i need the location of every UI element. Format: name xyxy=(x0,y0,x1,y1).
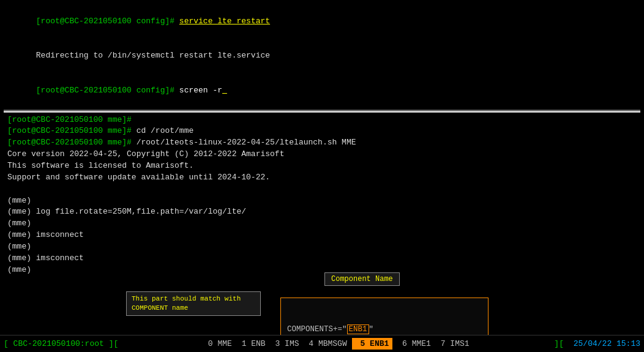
mme-prompt-4: (mme) xyxy=(7,264,637,276)
mme-imsconnect-2: (mme) imsconnect xyxy=(7,253,637,264)
mme-blank-1 xyxy=(7,184,637,195)
this-part-text: This part should match withCOMPONENT nam… xyxy=(132,295,241,312)
status-datetime: 25/04/22 15:13 xyxy=(564,339,640,348)
mme-log-line: (mme) log file.rotate=250M,file.path=/va… xyxy=(7,206,637,218)
mme-prompt-1: (mme) xyxy=(7,195,637,207)
status-bar: [ CBC-2021050100:root ][ 0 MME 1 ENB 3 I… xyxy=(0,335,644,352)
mme-line-4: This software is licensed to Amarisoft. xyxy=(7,160,637,172)
mme-prompt-3: (mme) xyxy=(7,241,637,253)
component-name-text: Component Name xyxy=(331,275,393,283)
cmd-line-1: [root@CBC-2021050100 config]# service lt… xyxy=(7,4,637,39)
terminal-window: [root@CBC-2021050100 config]# service lt… xyxy=(0,0,644,352)
mme-line-2: [root@CBC-2021050100 mme]# /root/lteots-… xyxy=(7,137,637,149)
top-section: [root@CBC-2021050100 config]# service lt… xyxy=(4,2,640,111)
cursor-block xyxy=(222,86,227,95)
tab-1-enb[interactable]: 1 ENB xyxy=(237,339,266,348)
mme-line-5: Support and software update available un… xyxy=(7,172,637,184)
this-part-annotation: This part should match withCOMPONENT nam… xyxy=(126,291,261,316)
enb1-highlight-1: ENB1 xyxy=(347,324,369,334)
component-name-annotation: Component Name xyxy=(324,272,400,286)
code-line-1: COMPONENTS+="ENB1" xyxy=(287,324,482,335)
cmd-line-2: [root@CBC-2021050100 config]# screen -r xyxy=(7,73,637,108)
mme-line-1: [root@CBC-2021050100 mme]# cd /root/mme xyxy=(7,125,637,137)
bottom-section: [root@CBC-2021050100 mme]# [root@CBC-202… xyxy=(4,113,640,276)
tab-6-mme1[interactable]: 6 MME1 xyxy=(397,339,431,348)
tab-5-enb1[interactable]: 5 ENB1 xyxy=(352,338,393,350)
mme-line-3: Core version 2022-04-25, Copyright (C) 2… xyxy=(7,149,637,160)
command-screen: screen -r xyxy=(179,86,222,95)
tab-7-ims1[interactable]: 7 IMS1 xyxy=(436,339,470,348)
tab-3-ims[interactable]: 3 IMS xyxy=(271,339,299,348)
tab-0-mme[interactable]: 0 MME xyxy=(203,339,232,348)
command-service: service lte restart xyxy=(179,17,270,26)
mme-imsconnect-1: (mme) imsconnect xyxy=(7,230,637,241)
status-left: [ CBC-2021050100:root ][ xyxy=(4,339,118,348)
status-right-bracket: ][ xyxy=(554,339,564,348)
mme-line-0: [root@CBC-2021050100 mme]# xyxy=(7,114,637,126)
prompt-1: [root@CBC-2021050100 config]# xyxy=(36,17,179,26)
status-tabs: 0 MME 1 ENB 3 IMS 4 MBMSGW 5 ENB1 6 MME1… xyxy=(118,338,554,350)
prompt-2: [root@CBC-2021050100 config]# xyxy=(36,86,179,95)
output-text-1: Redirecting to /bin/systemctl restart lt… xyxy=(36,51,270,60)
tab-4-mbmsgw[interactable]: 4 MBMSGW xyxy=(304,339,346,348)
mme-prompt-2: (mme) xyxy=(7,218,637,230)
output-line-1: Redirecting to /bin/systemctl restart lt… xyxy=(7,39,637,74)
